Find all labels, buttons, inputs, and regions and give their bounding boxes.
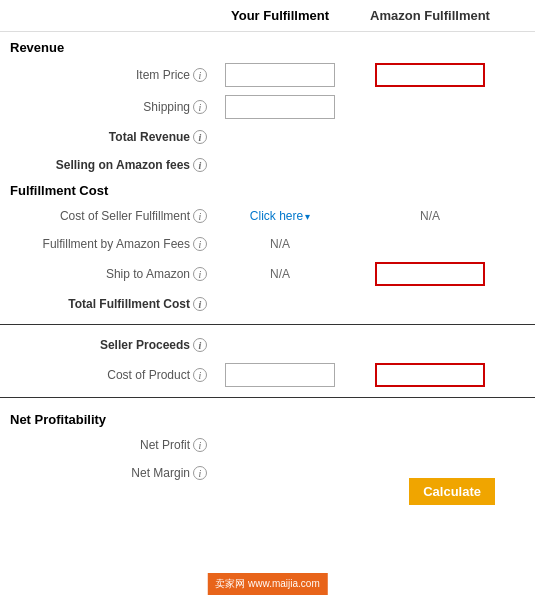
cost-of-product-row: Cost of Product i	[0, 359, 535, 391]
total-revenue-row: Total Revenue i	[0, 123, 535, 151]
selling-fees-label: Selling on Amazon fees i	[0, 158, 215, 172]
item-price-your-input[interactable]	[225, 63, 335, 87]
calculate-button[interactable]: Calculate	[409, 478, 495, 505]
total-revenue-help-icon[interactable]: i	[193, 130, 207, 144]
fba-fees-your-col: N/A	[215, 237, 345, 251]
total-fulfillment-row: Total Fulfillment Cost i	[0, 290, 535, 318]
total-fulfillment-label: Total Fulfillment Cost i	[0, 297, 215, 311]
item-price-amazon-col	[365, 63, 495, 87]
divider-2	[0, 397, 535, 398]
ship-to-amazon-your-col: N/A	[215, 267, 345, 281]
net-margin-label: Net Margin i	[0, 466, 215, 480]
total-revenue-label: Total Revenue i	[0, 130, 215, 144]
seller-proceeds-row: Seller Proceeds i	[0, 331, 535, 359]
cost-seller-na: N/A	[420, 209, 440, 223]
ship-to-amazon-your-na: N/A	[270, 267, 290, 281]
bottom-bar: Calculate	[0, 497, 535, 513]
cost-seller-row: Cost of Seller Fulfillment i Click here …	[0, 202, 535, 230]
shipping-your-input[interactable]	[225, 95, 335, 119]
fba-fees-your-na: N/A	[270, 237, 290, 251]
cost-of-product-your-input[interactable]	[225, 363, 335, 387]
fulfillment-cost-title: Fulfillment Cost	[0, 179, 535, 202]
seller-proceeds-label: Seller Proceeds i	[0, 338, 215, 352]
shipping-label: Shipping i	[0, 100, 215, 114]
cost-of-product-help-icon[interactable]: i	[193, 368, 207, 382]
item-price-amazon-input[interactable]	[375, 63, 485, 87]
cost-seller-help-icon[interactable]: i	[193, 209, 207, 223]
divider-1	[0, 324, 535, 325]
ship-to-amazon-help-icon[interactable]: i	[193, 267, 207, 281]
cost-of-product-amazon-input[interactable]	[375, 363, 485, 387]
fba-fees-row: Fulfillment by Amazon Fees i N/A	[0, 230, 535, 258]
ship-to-amazon-label: Ship to Amazon i	[0, 267, 215, 281]
item-price-help-icon[interactable]: i	[193, 68, 207, 82]
item-price-row: Item Price i	[0, 59, 535, 91]
net-profit-row: Net Profit i	[0, 431, 535, 459]
fba-fees-help-icon[interactable]: i	[193, 237, 207, 251]
watermark: 卖家网 www.maijia.com	[207, 573, 327, 595]
ship-to-amazon-amazon-col	[365, 262, 495, 286]
item-price-label: Item Price i	[0, 68, 215, 82]
amazon-fulfillment-header: Amazon Fulfillment	[365, 8, 495, 23]
click-here-button[interactable]: Click here	[250, 209, 310, 223]
fba-fees-label: Fulfillment by Amazon Fees i	[0, 237, 215, 251]
selling-fees-row: Selling on Amazon fees i	[0, 151, 535, 179]
header-row: Your Fulfillment Amazon Fulfillment	[0, 0, 535, 32]
cost-seller-your-col: Click here	[215, 209, 345, 223]
cost-seller-amazon-col: N/A	[365, 209, 495, 223]
shipping-row: Shipping i	[0, 91, 535, 123]
cost-of-product-your-col	[215, 363, 345, 387]
shipping-your-col	[215, 95, 345, 119]
cost-of-product-label: Cost of Product i	[0, 368, 215, 382]
net-margin-help-icon[interactable]: i	[193, 466, 207, 480]
your-fulfillment-header: Your Fulfillment	[215, 8, 345, 23]
net-profit-label: Net Profit i	[0, 438, 215, 452]
item-price-your-col	[215, 63, 345, 87]
cost-seller-label: Cost of Seller Fulfillment i	[0, 209, 215, 223]
selling-fees-help-icon[interactable]: i	[193, 158, 207, 172]
shipping-help-icon[interactable]: i	[193, 100, 207, 114]
ship-to-amazon-row: Ship to Amazon i N/A	[0, 258, 535, 290]
net-profit-help-icon[interactable]: i	[193, 438, 207, 452]
total-fulfillment-help-icon[interactable]: i	[193, 297, 207, 311]
ship-to-amazon-input[interactable]	[375, 262, 485, 286]
net-profitability-title: Net Profitability	[0, 404, 535, 431]
revenue-section-title: Revenue	[0, 32, 535, 59]
cost-of-product-amazon-col	[365, 363, 495, 387]
seller-proceeds-help-icon[interactable]: i	[193, 338, 207, 352]
calculator-container: Your Fulfillment Amazon Fulfillment Reve…	[0, 0, 535, 513]
